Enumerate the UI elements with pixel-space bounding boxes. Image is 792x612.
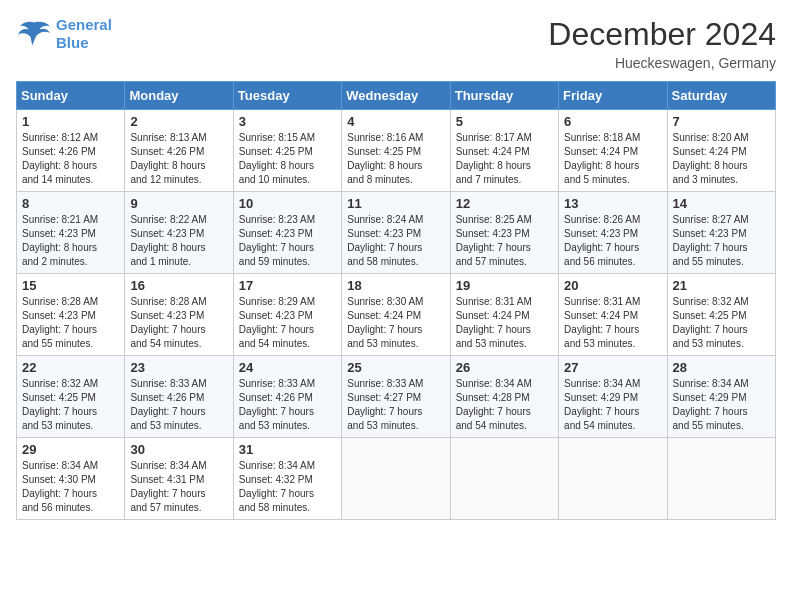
calendar-cell: 17Sunrise: 8:29 AM Sunset: 4:23 PM Dayli… — [233, 274, 341, 356]
cell-info: Sunrise: 8:34 AM Sunset: 4:29 PM Dayligh… — [673, 377, 770, 433]
day-number: 1 — [22, 114, 119, 129]
cell-info: Sunrise: 8:29 AM Sunset: 4:23 PM Dayligh… — [239, 295, 336, 351]
calendar-cell: 30Sunrise: 8:34 AM Sunset: 4:31 PM Dayli… — [125, 438, 233, 520]
cell-info: Sunrise: 8:34 AM Sunset: 4:32 PM Dayligh… — [239, 459, 336, 515]
calendar-cell: 15Sunrise: 8:28 AM Sunset: 4:23 PM Dayli… — [17, 274, 125, 356]
calendar-cell: 22Sunrise: 8:32 AM Sunset: 4:25 PM Dayli… — [17, 356, 125, 438]
logo-text: General Blue — [56, 16, 112, 52]
day-number: 20 — [564, 278, 661, 293]
cell-info: Sunrise: 8:22 AM Sunset: 4:23 PM Dayligh… — [130, 213, 227, 269]
calendar-cell: 5Sunrise: 8:17 AM Sunset: 4:24 PM Daylig… — [450, 110, 558, 192]
location-title: Hueckeswagen, Germany — [548, 55, 776, 71]
weekday-header-sunday: Sunday — [17, 82, 125, 110]
calendar-cell: 9Sunrise: 8:22 AM Sunset: 4:23 PM Daylig… — [125, 192, 233, 274]
title-block: December 2024 Hueckeswagen, Germany — [548, 16, 776, 71]
cell-info: Sunrise: 8:34 AM Sunset: 4:28 PM Dayligh… — [456, 377, 553, 433]
day-number: 27 — [564, 360, 661, 375]
day-number: 26 — [456, 360, 553, 375]
day-number: 17 — [239, 278, 336, 293]
day-number: 19 — [456, 278, 553, 293]
calendar-cell: 7Sunrise: 8:20 AM Sunset: 4:24 PM Daylig… — [667, 110, 775, 192]
weekday-header-row: SundayMondayTuesdayWednesdayThursdayFrid… — [17, 82, 776, 110]
cell-info: Sunrise: 8:34 AM Sunset: 4:29 PM Dayligh… — [564, 377, 661, 433]
cell-info: Sunrise: 8:15 AM Sunset: 4:25 PM Dayligh… — [239, 131, 336, 187]
calendar-cell: 24Sunrise: 8:33 AM Sunset: 4:26 PM Dayli… — [233, 356, 341, 438]
logo: General Blue — [16, 16, 112, 52]
calendar-cell: 26Sunrise: 8:34 AM Sunset: 4:28 PM Dayli… — [450, 356, 558, 438]
day-number: 14 — [673, 196, 770, 211]
day-number: 4 — [347, 114, 444, 129]
calendar-cell: 31Sunrise: 8:34 AM Sunset: 4:32 PM Dayli… — [233, 438, 341, 520]
cell-info: Sunrise: 8:17 AM Sunset: 4:24 PM Dayligh… — [456, 131, 553, 187]
calendar-cell — [559, 438, 667, 520]
calendar-cell: 16Sunrise: 8:28 AM Sunset: 4:23 PM Dayli… — [125, 274, 233, 356]
day-number: 30 — [130, 442, 227, 457]
cell-info: Sunrise: 8:24 AM Sunset: 4:23 PM Dayligh… — [347, 213, 444, 269]
calendar-week-2: 8Sunrise: 8:21 AM Sunset: 4:23 PM Daylig… — [17, 192, 776, 274]
weekday-header-thursday: Thursday — [450, 82, 558, 110]
calendar-cell: 8Sunrise: 8:21 AM Sunset: 4:23 PM Daylig… — [17, 192, 125, 274]
day-number: 22 — [22, 360, 119, 375]
calendar-cell — [450, 438, 558, 520]
calendar-cell: 20Sunrise: 8:31 AM Sunset: 4:24 PM Dayli… — [559, 274, 667, 356]
day-number: 12 — [456, 196, 553, 211]
calendar-cell: 6Sunrise: 8:18 AM Sunset: 4:24 PM Daylig… — [559, 110, 667, 192]
calendar-cell: 13Sunrise: 8:26 AM Sunset: 4:23 PM Dayli… — [559, 192, 667, 274]
cell-info: Sunrise: 8:31 AM Sunset: 4:24 PM Dayligh… — [564, 295, 661, 351]
cell-info: Sunrise: 8:21 AM Sunset: 4:23 PM Dayligh… — [22, 213, 119, 269]
calendar-cell: 19Sunrise: 8:31 AM Sunset: 4:24 PM Dayli… — [450, 274, 558, 356]
day-number: 21 — [673, 278, 770, 293]
calendar-cell: 18Sunrise: 8:30 AM Sunset: 4:24 PM Dayli… — [342, 274, 450, 356]
calendar-table: SundayMondayTuesdayWednesdayThursdayFrid… — [16, 81, 776, 520]
month-title: December 2024 — [548, 16, 776, 53]
calendar-cell: 25Sunrise: 8:33 AM Sunset: 4:27 PM Dayli… — [342, 356, 450, 438]
calendar-week-1: 1Sunrise: 8:12 AM Sunset: 4:26 PM Daylig… — [17, 110, 776, 192]
calendar-week-4: 22Sunrise: 8:32 AM Sunset: 4:25 PM Dayli… — [17, 356, 776, 438]
cell-info: Sunrise: 8:18 AM Sunset: 4:24 PM Dayligh… — [564, 131, 661, 187]
day-number: 11 — [347, 196, 444, 211]
day-number: 7 — [673, 114, 770, 129]
day-number: 29 — [22, 442, 119, 457]
weekday-header-monday: Monday — [125, 82, 233, 110]
cell-info: Sunrise: 8:26 AM Sunset: 4:23 PM Dayligh… — [564, 213, 661, 269]
calendar-cell: 1Sunrise: 8:12 AM Sunset: 4:26 PM Daylig… — [17, 110, 125, 192]
cell-info: Sunrise: 8:27 AM Sunset: 4:23 PM Dayligh… — [673, 213, 770, 269]
cell-info: Sunrise: 8:12 AM Sunset: 4:26 PM Dayligh… — [22, 131, 119, 187]
day-number: 13 — [564, 196, 661, 211]
calendar-cell: 21Sunrise: 8:32 AM Sunset: 4:25 PM Dayli… — [667, 274, 775, 356]
day-number: 5 — [456, 114, 553, 129]
day-number: 9 — [130, 196, 227, 211]
cell-info: Sunrise: 8:33 AM Sunset: 4:26 PM Dayligh… — [239, 377, 336, 433]
day-number: 25 — [347, 360, 444, 375]
cell-info: Sunrise: 8:30 AM Sunset: 4:24 PM Dayligh… — [347, 295, 444, 351]
day-number: 3 — [239, 114, 336, 129]
logo-line1: General — [56, 16, 112, 33]
day-number: 6 — [564, 114, 661, 129]
day-number: 8 — [22, 196, 119, 211]
weekday-header-tuesday: Tuesday — [233, 82, 341, 110]
cell-info: Sunrise: 8:28 AM Sunset: 4:23 PM Dayligh… — [22, 295, 119, 351]
day-number: 24 — [239, 360, 336, 375]
weekday-header-wednesday: Wednesday — [342, 82, 450, 110]
calendar-cell: 27Sunrise: 8:34 AM Sunset: 4:29 PM Dayli… — [559, 356, 667, 438]
cell-info: Sunrise: 8:34 AM Sunset: 4:31 PM Dayligh… — [130, 459, 227, 515]
cell-info: Sunrise: 8:32 AM Sunset: 4:25 PM Dayligh… — [22, 377, 119, 433]
calendar-cell — [342, 438, 450, 520]
calendar-cell: 11Sunrise: 8:24 AM Sunset: 4:23 PM Dayli… — [342, 192, 450, 274]
calendar-week-3: 15Sunrise: 8:28 AM Sunset: 4:23 PM Dayli… — [17, 274, 776, 356]
calendar-cell: 3Sunrise: 8:15 AM Sunset: 4:25 PM Daylig… — [233, 110, 341, 192]
cell-info: Sunrise: 8:25 AM Sunset: 4:23 PM Dayligh… — [456, 213, 553, 269]
logo-bird-icon — [16, 19, 52, 49]
day-number: 28 — [673, 360, 770, 375]
cell-info: Sunrise: 8:16 AM Sunset: 4:25 PM Dayligh… — [347, 131, 444, 187]
calendar-cell: 29Sunrise: 8:34 AM Sunset: 4:30 PM Dayli… — [17, 438, 125, 520]
cell-info: Sunrise: 8:28 AM Sunset: 4:23 PM Dayligh… — [130, 295, 227, 351]
cell-info: Sunrise: 8:31 AM Sunset: 4:24 PM Dayligh… — [456, 295, 553, 351]
logo-line2: Blue — [56, 34, 89, 51]
calendar-cell: 4Sunrise: 8:16 AM Sunset: 4:25 PM Daylig… — [342, 110, 450, 192]
cell-info: Sunrise: 8:20 AM Sunset: 4:24 PM Dayligh… — [673, 131, 770, 187]
cell-info: Sunrise: 8:32 AM Sunset: 4:25 PM Dayligh… — [673, 295, 770, 351]
day-number: 2 — [130, 114, 227, 129]
day-number: 15 — [22, 278, 119, 293]
weekday-header-saturday: Saturday — [667, 82, 775, 110]
